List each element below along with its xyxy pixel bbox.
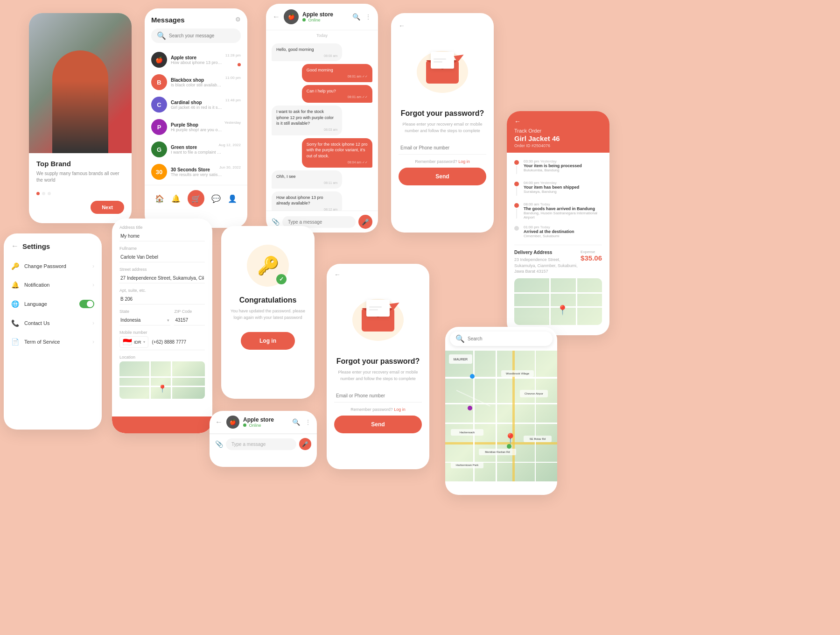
step-when: Yesterday [540, 159, 556, 163]
mic-button[interactable]: 🎤 [299, 438, 311, 450]
language-toggle[interactable] [79, 300, 94, 308]
forgot-illustration [391, 39, 494, 105]
send-button[interactable]: Send [399, 168, 486, 185]
forgot-illustration [327, 287, 429, 353]
message-input[interactable]: Type a message [226, 438, 296, 450]
phone-email-input[interactable] [399, 141, 486, 155]
send-button[interactable]: Send [334, 416, 422, 433]
chat-store-name: Apple store [243, 416, 288, 423]
attachment-icon[interactable]: 📎 [215, 440, 223, 448]
country-code-selector[interactable]: 🇮🇩 IDR ▾ [119, 336, 148, 348]
full-map: MAURER Chevron Airpor Hackensack Meridia… [445, 351, 557, 481]
login-button[interactable]: Log in [241, 332, 295, 350]
form-group-state-zip: State Indonesia ▾ ZIP Code [119, 309, 205, 325]
congrats-body: 🔑 ✓ Congratulations You have updated the… [221, 226, 315, 359]
save-button[interactable] [112, 416, 212, 433]
step-info: 01:00 pm Today Arrived at the destinatio… [524, 225, 574, 238]
map-search-input[interactable] [468, 336, 547, 341]
settings-header: ← Settings [4, 233, 102, 255]
list-item[interactable]: C Cardinal shop Girl jacket 46 in red is… [145, 93, 247, 116]
settings-item-change-password[interactable]: 🔑 Change Password › [4, 257, 102, 275]
message-bubble: Can I help you? 08:01 am ✓✓ [302, 85, 372, 103]
back-arrow-icon[interactable]: ← [514, 118, 602, 125]
next-button[interactable]: Next [91, 201, 124, 214]
login-link[interactable]: Log in [458, 159, 470, 164]
list-item[interactable]: G Green store I want to file a complaint… [145, 138, 247, 161]
settings-list: 🔑 Change Password › 🔔 Notification › 🌐 L… [4, 255, 102, 353]
street-input[interactable] [119, 273, 205, 283]
map-search-container: 🔍 [445, 332, 557, 346]
step-location: Cimember, Sukabumi [524, 234, 574, 238]
message-bubble: Hello, good morning 08:00 am [272, 43, 342, 61]
home-icon[interactable]: 🏠 [155, 194, 164, 203]
mic-button[interactable]: 🎤 [358, 215, 372, 229]
search-icon: 🔍 [455, 334, 465, 343]
bubble-text: I want to ask for the stock iphone 12 pr… [276, 109, 337, 127]
search-icon[interactable]: 🔍 [352, 13, 360, 21]
list-item[interactable]: 🍎 Apple store How about iphone 13 pro al… [145, 49, 247, 71]
back-arrow-icon[interactable]: ← [11, 242, 19, 250]
bubble-time: 08:01 am ✓✓ [307, 95, 368, 99]
chat-status: Online [302, 18, 349, 22]
bell-icon: 🔔 [11, 281, 20, 289]
cart-button[interactable]: 🛒 [188, 190, 204, 207]
search-icon[interactable]: 🔍 [292, 418, 300, 426]
delivery-label: Delivery Address [514, 250, 581, 255]
msg-preview: I want to file a complaint for the purch… [171, 150, 222, 155]
step-time: 01:00 pm Today [524, 225, 574, 229]
globe-icon: 🌐 [11, 300, 20, 308]
message-bubble: Ohh, I see 08:11 am [272, 170, 342, 188]
more-icon[interactable]: ⋮ [305, 418, 311, 426]
form-group-title: Address title [119, 225, 205, 241]
login-link[interactable]: Log in [394, 407, 406, 412]
gear-icon[interactable]: ⚙ [235, 16, 241, 23]
back-arrow-icon[interactable]: ← [215, 418, 223, 426]
more-icon[interactable]: ⋮ [365, 13, 371, 21]
envelope-icon [426, 60, 459, 84]
back-arrow-icon[interactable]: ← [399, 22, 405, 29]
search-input[interactable] [169, 33, 235, 38]
card-top-brand: Top Brand We supply many famous brands a… [29, 13, 132, 223]
fullname-input[interactable] [119, 252, 205, 262]
chat-actions: 🔍 ⋮ [292, 418, 311, 426]
message-bubble: Good morning 08:01 am ✓✓ [302, 64, 372, 82]
list-item[interactable]: P Purple Shop Hi purple shop! are you on… [145, 116, 247, 138]
settings-item-contact-us[interactable]: 📞 Contact Us › [4, 314, 102, 332]
settings-item-notification[interactable]: 🔔 Notification › [4, 275, 102, 294]
envelope-background [417, 51, 468, 93]
unread-badge [238, 63, 241, 66]
form-label: ZIP Code [174, 309, 205, 314]
attachment-icon[interactable]: 📎 [272, 218, 280, 226]
state-select[interactable]: Indonesia ▾ [119, 315, 170, 325]
apt-input[interactable] [119, 294, 205, 304]
settings-item-language[interactable]: 🌐 Language [4, 294, 102, 314]
form-label: Apt, suite, etc. [119, 288, 205, 293]
map-search[interactable]: 🔍 [450, 332, 553, 346]
profile-icon[interactable]: 👤 [228, 194, 237, 203]
step-desc: The goods have arrived in Bandung [524, 206, 602, 211]
back-arrow-icon[interactable]: ← [334, 271, 341, 278]
msg-preview: Hi purple shop! are you online? [171, 127, 222, 132]
chat-date: Today [266, 30, 378, 41]
settings-item-terms[interactable]: 📄 Term of Service › [4, 332, 102, 351]
expense-label: Expense [581, 250, 602, 254]
avatar: 30 [151, 164, 167, 180]
message-search[interactable]: 🔍 [151, 28, 241, 43]
phone-input[interactable] [151, 337, 205, 347]
mini-map: 📍 [514, 278, 602, 325]
bell-icon[interactable]: 🔔 [171, 194, 181, 203]
back-arrow-icon[interactable]: ← [273, 13, 280, 21]
chat-messages: Hello, good morning 08:00 am Good mornin… [266, 41, 378, 211]
list-item[interactable]: B Blackbox shop Is black color still ava… [145, 71, 247, 93]
address-title-input[interactable] [119, 231, 205, 241]
key-illustration: 🔑 ✓ [247, 245, 289, 287]
expense-col: Expense $35.06 [581, 250, 602, 262]
list-item[interactable]: 30 30 Seconds Store The results are very… [145, 161, 247, 183]
zip-input[interactable] [174, 315, 205, 325]
phone-email-input[interactable] [334, 389, 422, 402]
step-line [514, 181, 519, 197]
track-header: ← Track Order Girl Jacket 46 Order ID #2… [507, 111, 609, 153]
bubble-time: 08:01 am ✓✓ [307, 74, 368, 79]
chat-actions: 🔍 ⋮ [352, 13, 371, 21]
chat-icon[interactable]: 💬 [211, 194, 221, 203]
